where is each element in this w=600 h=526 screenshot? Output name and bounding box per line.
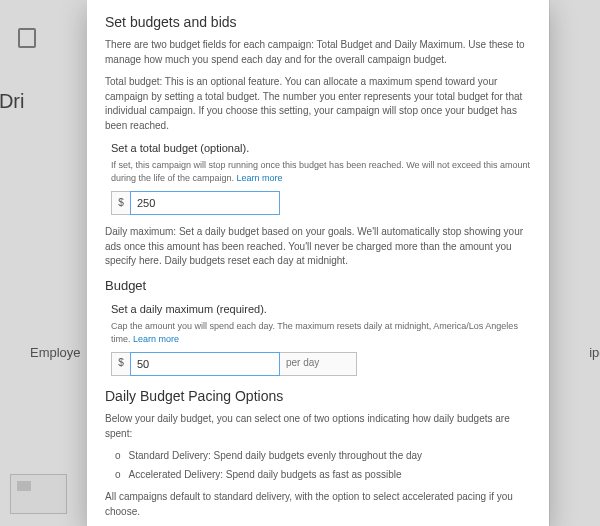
budgets-modal: Set budgets and bids There are two budge… [87, 0, 549, 526]
pacing-title: Daily Budget Pacing Options [105, 386, 531, 406]
pacing-intro: Below your daily budget, you can select … [105, 412, 531, 441]
total-budget-desc: Total budget: This is an optional featur… [105, 75, 531, 133]
per-day-suffix: per day [280, 352, 357, 376]
total-budget-input[interactable] [130, 191, 280, 215]
total-learn-more-link[interactable]: Learn more [237, 173, 283, 183]
budget-heading: Budget [105, 277, 531, 296]
intro-text: There are two budget fields for each cam… [105, 38, 531, 67]
total-budget-hint: If set, this campaign will stop running … [111, 159, 531, 185]
modal-title: Set budgets and bids [105, 12, 531, 32]
pacing-bullet-standard: Standard Delivery: Spend daily budgets e… [115, 449, 531, 464]
total-budget-hint-text: If set, this campaign will stop running … [111, 160, 530, 183]
daily-max-input[interactable] [130, 352, 280, 376]
pacing-default-note: All campaigns default to standard delive… [105, 490, 531, 519]
pacing-bullet-accel: Accelerated Delivery: Spend daily budget… [115, 468, 531, 483]
daily-max-field: $ per day [111, 352, 531, 376]
total-budget-heading: Set a total budget (optional). [111, 141, 531, 157]
currency-prefix: $ [111, 191, 130, 215]
daily-learn-more-link[interactable]: Learn more [133, 334, 179, 344]
currency-prefix-daily: $ [111, 352, 130, 376]
daily-max-hint: Cap the amount you will spend each day. … [111, 320, 531, 346]
daily-intro-text: Daily maximum: Set a daily budget based … [105, 225, 531, 269]
total-budget-field: $ [111, 191, 531, 215]
daily-max-heading: Set a daily maximum (required). [111, 302, 531, 318]
